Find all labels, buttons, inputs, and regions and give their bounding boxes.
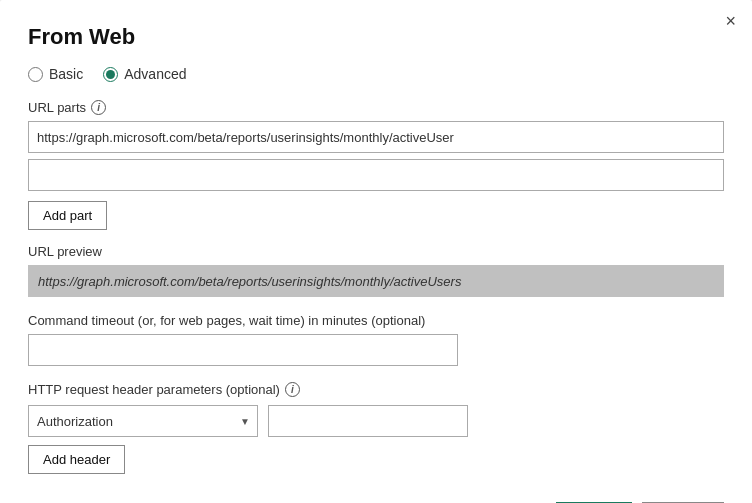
url-preview-box: https://graph.microsoft.com/beta/reports… [28,265,724,297]
dialog-title: From Web [28,24,724,50]
advanced-radio-text: Advanced [124,66,186,82]
url-preview-label: URL preview [28,244,724,259]
command-timeout-label: Command timeout (or, for web pages, wait… [28,313,724,328]
close-button[interactable]: × [725,12,736,30]
add-header-button[interactable]: Add header [28,445,125,474]
url-parts-input-2[interactable] [28,159,724,191]
header-select-wrap: Authorization Content-Type Accept Cache-… [28,405,258,437]
basic-radio-text: Basic [49,66,83,82]
http-header-info-icon[interactable]: i [285,382,300,397]
url-parts-input-1[interactable] [28,121,724,153]
url-parts-info-icon[interactable]: i [91,100,106,115]
mode-radio-group: Basic Advanced [28,66,724,82]
header-row: Authorization Content-Type Accept Cache-… [28,405,724,437]
advanced-radio-label[interactable]: Advanced [103,66,186,82]
basic-radio[interactable] [28,67,43,82]
basic-radio-label[interactable]: Basic [28,66,83,82]
add-part-button[interactable]: Add part [28,201,107,230]
http-header-label: HTTP request header parameters (optional… [28,382,724,397]
from-web-dialog: × From Web Basic Advanced URL parts i Ad… [0,0,752,503]
header-name-select[interactable]: Authorization Content-Type Accept Cache-… [28,405,258,437]
url-parts-label: URL parts i [28,100,724,115]
header-value-input[interactable] [268,405,468,437]
advanced-radio[interactable] [103,67,118,82]
command-timeout-input[interactable] [28,334,458,366]
